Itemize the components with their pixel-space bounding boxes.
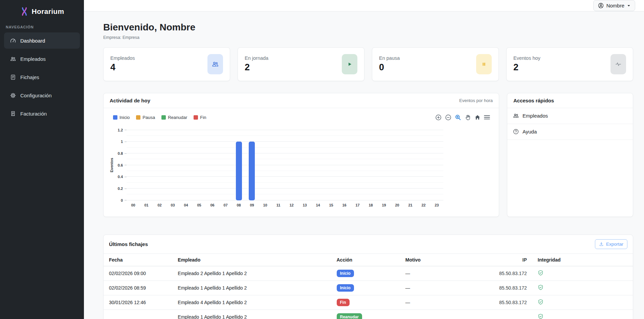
- shield-check-icon: [538, 270, 543, 276]
- y-tick-label: 0.6: [118, 163, 127, 167]
- table-row: Empleado 1 Apellido 1 Apellido 2 Reanuda…: [104, 310, 633, 319]
- x-tick-label: 00: [127, 203, 140, 207]
- sidebar-item-configuracion[interactable]: Configuración: [4, 87, 80, 103]
- quick-access-header: Accesos rápidos: [507, 93, 633, 108]
- bar-inicio-08[interactable]: [236, 142, 242, 200]
- export-label: Exportar: [606, 242, 623, 247]
- sidebar-item-label: Empleados: [20, 56, 46, 62]
- y-tick-label: 0: [121, 198, 127, 202]
- horarium-logo-icon: [20, 7, 29, 16]
- legend-swatch: [161, 115, 166, 120]
- zoom-in-icon[interactable]: [435, 114, 442, 121]
- accion-badge: Inicio: [337, 284, 354, 292]
- stat-value: 2: [513, 62, 540, 73]
- stat-value: 0: [379, 62, 400, 73]
- journal-icon: [10, 74, 16, 80]
- home-icon[interactable]: [474, 114, 481, 120]
- stat-card-en-pausa: En pausa 0: [372, 47, 499, 81]
- col-header-fecha: Fecha: [104, 253, 172, 266]
- y-tick-label: 0.8: [118, 151, 127, 155]
- legend-item[interactable]: Reanudar: [161, 115, 187, 120]
- legend-item[interactable]: Pausa: [136, 115, 155, 120]
- sidebar-item-facturacion[interactable]: Facturación: [4, 105, 80, 122]
- brand-name: Horarium: [32, 7, 64, 16]
- gridline: [127, 182, 443, 183]
- gridline: [127, 153, 443, 153]
- sidebar-item-fichajes[interactable]: Fichajes: [4, 69, 80, 85]
- people-icon: [10, 56, 16, 62]
- cell-motivo: —: [400, 266, 469, 280]
- cell-ip: 85.50.83.172: [469, 266, 532, 280]
- quick-link-ayuda[interactable]: Ayuda: [507, 124, 633, 140]
- sidebar-item-label: Fichajes: [20, 74, 39, 80]
- sidebar-item-dashboard[interactable]: Dashboard: [4, 32, 80, 49]
- bar-inicio-09[interactable]: [249, 142, 255, 200]
- gridline: [127, 194, 443, 194]
- x-tick-label: 13: [298, 203, 311, 207]
- menu-icon[interactable]: [484, 115, 490, 120]
- cell-motivo: —: [400, 295, 469, 310]
- gridline: [127, 200, 443, 200]
- user-menu-label: Nombre: [606, 3, 624, 8]
- plot-area[interactable]: [127, 130, 443, 200]
- zoom-box-icon[interactable]: [455, 114, 461, 121]
- x-tick-label: 05: [193, 203, 206, 207]
- stat-card-en-jornada: En jornada 2: [238, 47, 364, 81]
- quick-link-label: Empleados: [523, 113, 548, 119]
- legend-item[interactable]: Fin: [194, 115, 206, 120]
- user-menu-button[interactable]: Nombre: [593, 0, 635, 11]
- receipt-icon: [10, 111, 16, 117]
- zoom-out-icon[interactable]: [445, 114, 451, 121]
- pan-icon[interactable]: [465, 114, 471, 121]
- x-tick-label: 01: [140, 203, 153, 207]
- pause-icon: [476, 54, 492, 74]
- cell-fecha: 02/02/2026 08:59: [104, 280, 172, 295]
- legend-label: Pausa: [142, 115, 155, 120]
- sidebar: Horarium NAVEGACIÓN Dashboard Empleados …: [0, 0, 84, 319]
- quick-link-empleados[interactable]: Empleados: [507, 108, 633, 124]
- cell-empleado: Empleado 4 Apellido 1 Apellido 2: [172, 295, 331, 310]
- play-icon: [342, 54, 357, 74]
- chart-row: Actividad de hoy Eventos por hora Inicio…: [103, 93, 633, 217]
- chart-body: InicioPausaReanudarFin: [104, 108, 499, 217]
- accion-badge: Reanudar: [337, 313, 362, 319]
- export-button[interactable]: Exportar: [595, 239, 627, 249]
- y-tick-label: 0.4: [118, 175, 127, 179]
- fichajes-table: Fecha Empleado Acción Motivo IP Integrid…: [104, 253, 633, 319]
- brand-logo: Horarium: [0, 0, 84, 16]
- gridline: [127, 136, 443, 136]
- x-tick-label: 23: [430, 203, 443, 207]
- legend-label: Reanudar: [168, 115, 187, 120]
- x-tick-label: 08: [232, 203, 245, 207]
- y-axis-labels: 00.20.40.60.811.2: [114, 130, 127, 200]
- x-tick-label: 21: [404, 203, 417, 207]
- caret-down-icon: [627, 4, 630, 7]
- accion-badge: Inicio: [337, 270, 354, 277]
- gridline: [127, 171, 443, 171]
- cell-ip: 85.50.83.172: [469, 280, 532, 295]
- stat-value: 4: [110, 62, 135, 73]
- stat-label: Eventos hoy: [513, 55, 540, 61]
- sidebar-item-empleados[interactable]: Empleados: [4, 51, 80, 67]
- activity-card-subtitle: Eventos por hora: [459, 98, 493, 103]
- col-header-empleado: Empleado: [172, 253, 331, 266]
- cell-motivo: —: [400, 280, 469, 295]
- y-tick-label: 1.2: [118, 128, 127, 132]
- main-area: Nombre Bienvenido, Nombre Empresa: Empre…: [84, 0, 644, 319]
- x-tick-label: 07: [219, 203, 232, 207]
- people-icon: [207, 54, 223, 74]
- gauge-icon: [10, 38, 16, 44]
- question-circle-icon: [513, 129, 519, 134]
- table-row: 02/02/2026 09:00 Empleado 2 Apellido 1 A…: [104, 266, 633, 280]
- x-tick-label: 20: [391, 203, 404, 207]
- page-title: Bienvenido, Nombre: [103, 22, 633, 33]
- y-tick-label: 0.2: [118, 187, 127, 191]
- quick-link-label: Ayuda: [523, 129, 537, 134]
- x-tick-label: 04: [179, 203, 193, 207]
- y-tick-label: 1: [121, 140, 127, 144]
- cell-empleado: Empleado 1 Apellido 1 Apellido 2: [172, 310, 331, 319]
- person-circle-icon: [598, 3, 604, 8]
- topbar: Nombre: [84, 0, 644, 11]
- x-tick-label: 03: [166, 203, 179, 207]
- legend-item[interactable]: Inicio: [113, 115, 130, 120]
